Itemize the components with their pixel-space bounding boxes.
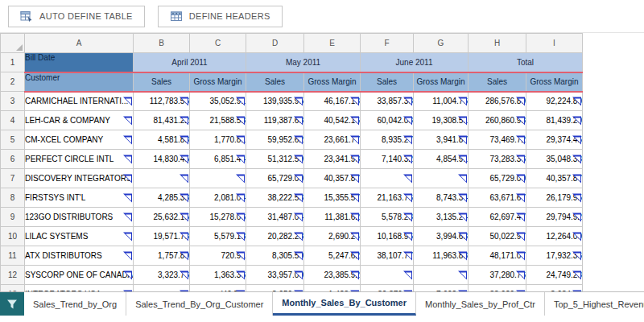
value-cell[interactable]: 4,581.83 [134, 130, 190, 150]
sheet-tab[interactable]: Monthly_Sales_by_Prof_Ctr [416, 292, 545, 316]
row-number[interactable]: 11 [1, 246, 25, 266]
select-all-corner[interactable] [1, 34, 25, 53]
value-cell[interactable]: 23,341.98 [304, 150, 361, 169]
value-cell[interactable]: 19,571.73 [134, 227, 190, 246]
column-header-e[interactable]: E [304, 34, 361, 53]
value-cell[interactable]: 21,588.53 [190, 111, 246, 130]
value-cell[interactable]: 40,542.16 [304, 111, 361, 130]
row-number[interactable]: 2 [1, 72, 25, 92]
month-group-cell[interactable]: April 2011 [134, 53, 246, 72]
value-cell[interactable]: 29,374.45 [526, 130, 583, 150]
value-cell[interactable]: 139,935.95 [246, 92, 304, 111]
value-cell[interactable]: 40,357.87 [304, 169, 361, 188]
column-header-h[interactable]: H [469, 34, 526, 53]
value-cell[interactable] [134, 285, 190, 292]
value-cell[interactable]: 4,285.38 [134, 188, 190, 208]
value-cell[interactable]: 31,487.04 [246, 208, 304, 227]
value-cell[interactable]: 65,729.00 [246, 169, 304, 188]
bill-date-cell[interactable]: Bill Date [25, 53, 134, 72]
value-cell[interactable]: 5,578.28 [361, 208, 414, 227]
customer-header-cell[interactable]: Customer [25, 72, 134, 92]
value-cell[interactable]: 2,690.24 [304, 227, 361, 246]
value-cell[interactable]: 23,385.92 [304, 266, 361, 285]
customer-cell[interactable]: 123GO DISTRIBUTORS [25, 208, 134, 227]
value-cell[interactable]: 26,179.95 [526, 188, 583, 208]
value-cell[interactable] [361, 169, 414, 188]
column-header-d[interactable]: D [246, 34, 304, 53]
value-cell[interactable]: 20,282.28 [246, 227, 304, 246]
month-group-cell[interactable]: Total [469, 53, 583, 72]
value-cell[interactable] [134, 169, 190, 188]
value-cell[interactable]: 48,171.07 [469, 246, 526, 266]
value-cell[interactable] [414, 169, 469, 188]
value-cell[interactable]: 15,355.57 [304, 188, 361, 208]
sub-header-cell[interactable]: Gross Margin [414, 72, 469, 92]
value-cell[interactable]: 51,312.59 [246, 150, 304, 169]
sub-header-cell[interactable]: Gross Margin [304, 72, 361, 92]
value-cell[interactable]: 1,363.36 [190, 266, 246, 285]
value-cell[interactable]: 25,632.15 [134, 208, 190, 227]
value-cell[interactable]: 63,671.67 [469, 188, 526, 208]
value-cell[interactable]: 3,323.76 [134, 266, 190, 285]
value-cell[interactable]: 5,247.62 [304, 246, 361, 266]
value-cell[interactable]: 73,283.36 [469, 150, 526, 169]
value-cell[interactable]: 38,107.77 [361, 246, 414, 266]
row-number[interactable]: 5 [1, 130, 25, 150]
value-cell[interactable]: 286,576.89 [469, 92, 526, 111]
row-number[interactable]: 7 [1, 169, 25, 188]
value-cell[interactable] [361, 266, 414, 285]
sub-header-cell[interactable]: Sales [134, 72, 190, 92]
value-cell[interactable]: 33,929.43 [469, 285, 526, 292]
customer-cell[interactable]: CARMICHAEL INTERNATI... [25, 92, 134, 111]
value-cell[interactable]: 1,423.10 [304, 285, 361, 292]
value-cell[interactable]: 5,579.13 [190, 227, 246, 246]
column-header-b[interactable]: B [134, 34, 190, 53]
column-header-a[interactable]: A [25, 34, 134, 53]
value-cell[interactable]: 50,022.97 [469, 227, 526, 246]
column-header-c[interactable]: C [190, 34, 246, 53]
value-cell[interactable]: 10,168.96 [361, 227, 414, 246]
row-number[interactable]: 10 [1, 227, 25, 246]
value-cell[interactable]: 24,749.28 [526, 266, 583, 285]
auto-define-table-button[interactable]: AUTO DEFINE TABLE [8, 6, 145, 27]
sheet-tab[interactable]: Top_5_Highest_Revenue_Items [545, 292, 644, 316]
value-cell[interactable]: 60,042.08 [361, 111, 414, 130]
customer-cell[interactable]: ATX DISTRIBUTORS [25, 246, 134, 266]
row-number[interactable]: 3 [1, 92, 25, 111]
value-cell[interactable]: 112,783.56 [134, 92, 190, 111]
column-header-i[interactable]: I [526, 34, 583, 53]
month-group-cell[interactable]: June 2011 [361, 53, 469, 72]
row-number[interactable]: 12 [1, 266, 25, 285]
value-cell[interactable]: 35,052.91 [190, 92, 246, 111]
value-cell[interactable]: 7,602.18 [414, 285, 469, 292]
value-cell[interactable]: 6,851.44 [190, 150, 246, 169]
value-cell[interactable]: 3,941.87 [414, 130, 469, 150]
column-header-g[interactable]: G [414, 34, 469, 53]
value-cell[interactable]: 11,381.62 [304, 208, 361, 227]
value-cell[interactable]: 19,308.51 [414, 111, 469, 130]
value-cell[interactable]: 59,952.62 [246, 130, 304, 150]
value-cell[interactable]: 3,050.32 [246, 285, 304, 292]
value-cell[interactable] [190, 169, 246, 188]
value-cell[interactable]: 15,278.06 [190, 208, 246, 227]
customer-cell[interactable]: LILAC SYSTEMS [25, 227, 134, 246]
value-cell[interactable] [414, 266, 469, 285]
customer-cell[interactable]: PERFECT CIRCLE INTL [25, 150, 134, 169]
value-cell[interactable]: 14,830.45 [134, 150, 190, 169]
customer-cell[interactable]: CM-XCEL COMPANY [25, 130, 134, 150]
value-cell[interactable]: 720.91 [190, 246, 246, 266]
value-cell[interactable]: 73,469.72 [469, 130, 526, 150]
funnel-icon[interactable] [0, 292, 24, 316]
value-cell[interactable]: 8,305.50 [246, 246, 304, 266]
value-cell[interactable]: 81,439.20 [526, 111, 583, 130]
define-headers-button[interactable]: DEFINE HEADERS [158, 6, 283, 27]
value-cell[interactable]: 23,661.77 [304, 130, 361, 150]
customer-cell[interactable]: SYSCORP ONE OF CANADA [25, 266, 134, 285]
value-cell[interactable]: 33,957.00 [246, 266, 304, 285]
value-cell[interactable]: 81,431.22 [134, 111, 190, 130]
value-cell[interactable]: 29,794.92 [526, 208, 583, 227]
value-cell[interactable]: 46,167.13 [304, 92, 361, 111]
customer-cell[interactable]: INTEGRATORS USA [25, 285, 134, 292]
row-number[interactable]: 9 [1, 208, 25, 227]
row-number[interactable]: 13 [1, 285, 25, 292]
